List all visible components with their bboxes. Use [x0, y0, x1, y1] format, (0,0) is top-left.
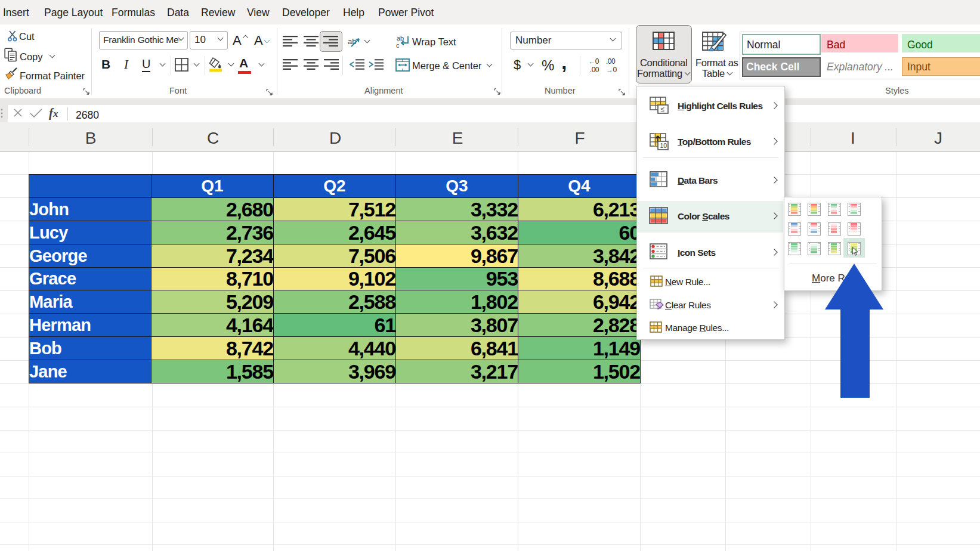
svg-text:ab: ab: [397, 35, 404, 42]
svg-text:10: 10: [660, 142, 667, 149]
svg-text:ab: ab: [348, 37, 356, 46]
svg-text:c: c: [396, 42, 400, 49]
svg-text:≤: ≤: [661, 106, 664, 113]
